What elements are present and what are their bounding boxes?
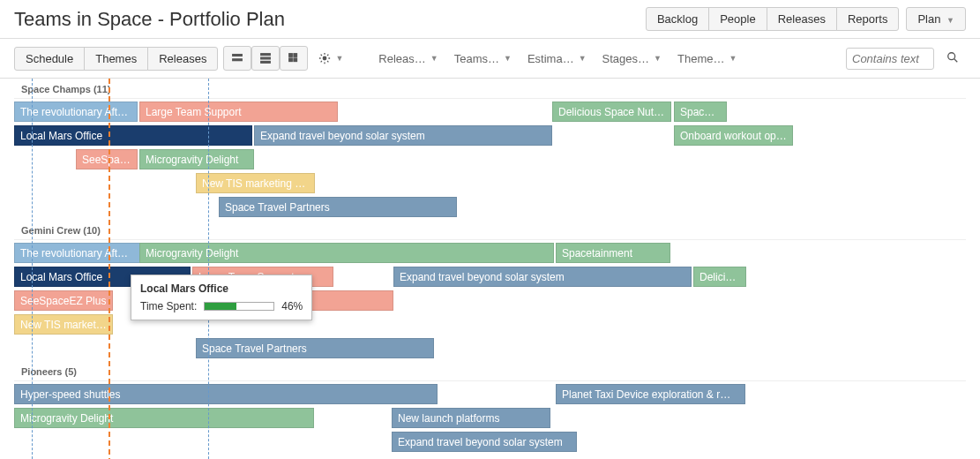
svg-rect-3 — [261, 57, 271, 59]
filter-teams[interactable]: Teams…▼ — [449, 49, 517, 69]
plan-label: Plan — [917, 12, 940, 26]
gantt-row: New TIS marketing c… — [14, 172, 966, 195]
gantt-bar[interactable]: New launch platforms — [392, 408, 550, 428]
plan-dropdown[interactable]: Plan ▼ — [906, 7, 966, 31]
svg-point-10 — [948, 52, 955, 59]
gantt-bar[interactable]: Space Travel Partners — [196, 338, 434, 358]
gear-icon — [318, 52, 331, 64]
svg-rect-0 — [233, 55, 243, 56]
layout-buttons — [223, 46, 308, 71]
svg-rect-8 — [294, 58, 297, 62]
gantt-bar[interactable]: Space Travel Partners — [219, 197, 457, 217]
expand-icon[interactable] — [251, 46, 280, 71]
header-actions: Backlog People Releases Reports Plan ▼ — [646, 7, 966, 31]
gantt-row: Microgravity DelightNew launch platforms — [14, 407, 966, 430]
svg-rect-1 — [233, 59, 243, 61]
chevron-down-icon: ▼ — [335, 54, 343, 63]
gantt-row: Hyper-speed shuttlesPlanet Taxi Device e… — [14, 383, 966, 406]
tab-releases[interactable]: Releases — [147, 47, 218, 71]
gantt-bar[interactable]: Hyper-speed shuttles — [14, 384, 438, 404]
tooltip-progress — [204, 302, 274, 311]
gantt-row: Space Travel Partners — [14, 337, 966, 360]
nav-reports[interactable]: Reports — [836, 7, 900, 31]
gantt-bar[interactable]: New TIS marketing c… — [196, 173, 315, 193]
search-input[interactable] — [846, 48, 934, 70]
gantt-row: Space Travel Partners — [14, 196, 966, 219]
chevron-down-icon: ▼ — [946, 16, 954, 25]
page-title: Teams in Space - Portfolio Plan — [14, 8, 285, 31]
chevron-down-icon: ▼ — [504, 54, 512, 63]
header: Teams in Space - Portfolio Plan Backlog … — [0, 0, 980, 39]
nav-group: Backlog People Releases Reports — [646, 7, 899, 31]
search-icon[interactable] — [939, 48, 966, 70]
gantt-bar[interactable]: Microgravity Delight — [14, 408, 314, 428]
chevron-down-icon: ▼ — [579, 54, 587, 63]
gantt-bar[interactable]: SeeSpaceEZ Plus — [14, 290, 113, 311]
gantt-bar[interactable]: SeeSpa… — [76, 149, 138, 169]
collapse-icon[interactable] — [223, 46, 251, 71]
view-tabs: Schedule Themes Releases — [14, 47, 218, 71]
gantt-bar[interactable]: Expand travel beyond solar system — [254, 125, 552, 146]
gantt-chart: Space Champs (11)The revolutionary Aft…L… — [0, 79, 980, 459]
gantt-bar[interactable]: Expand travel beyond solar system — [392, 432, 577, 452]
gantt-row: Local Mars OfficeExpand travel beyond so… — [14, 124, 966, 147]
gantt-bar[interactable]: The revolutionary Aft… — [14, 243, 155, 263]
tooltip-title: Local Mars Office — [140, 282, 303, 295]
svg-rect-2 — [261, 54, 271, 56]
gantt-bar[interactable]: Expand travel beyond solar system — [393, 267, 692, 287]
gantt-row: SeeSpa…Microgravity Delight — [14, 148, 966, 171]
svg-rect-5 — [289, 54, 293, 57]
grid-icon[interactable] — [280, 46, 308, 71]
chevron-down-icon: ▼ — [654, 54, 662, 63]
filter-stages[interactable]: Stages…▼ — [597, 49, 667, 69]
svg-rect-6 — [294, 54, 297, 57]
nav-backlog[interactable]: Backlog — [646, 7, 709, 31]
tooltip-label: Time Spent: — [140, 300, 197, 312]
gantt-bar[interactable]: Spacetainment — [556, 243, 670, 263]
tooltip-progress-fill — [205, 303, 236, 310]
gantt-bar[interactable]: Microgravity Delight — [139, 243, 554, 263]
gantt-bar[interactable]: Large Team Support — [139, 102, 338, 122]
svg-rect-4 — [261, 62, 271, 64]
gantt-bar[interactable]: The revolutionary Aft… — [14, 102, 138, 122]
tab-schedule[interactable]: Schedule — [14, 47, 85, 71]
group-header[interactable]: Gemini Crew (10) — [14, 220, 966, 237]
svg-line-11 — [954, 58, 958, 62]
group-header[interactable]: Pioneers (5) — [14, 361, 966, 379]
nav-people[interactable]: People — [708, 7, 767, 31]
settings-dropdown[interactable]: ▼ — [313, 49, 348, 68]
filter-estimation[interactable]: Estima…▼ — [522, 49, 592, 69]
filter-themes[interactable]: Theme…▼ — [672, 49, 742, 69]
gantt-bar[interactable]: Microgravity Delight — [139, 149, 254, 169]
gantt-bar[interactable]: Spacetai… — [674, 102, 727, 122]
gantt-bar[interactable]: Deliciou… — [693, 267, 746, 287]
gantt-row: The revolutionary Aft…Large Team Support… — [14, 101, 966, 124]
tab-themes[interactable]: Themes — [84, 47, 148, 71]
gantt-bar[interactable]: Planet Taxi Device exploration & r… — [556, 384, 745, 404]
chevron-down-icon: ▼ — [729, 54, 737, 63]
toolbar: Schedule Themes Releases ▼ Releas…▼ Team… — [0, 39, 980, 79]
svg-point-9 — [324, 56, 327, 60]
filter-releases[interactable]: Releas…▼ — [373, 49, 443, 69]
nav-releases[interactable]: Releases — [767, 7, 837, 31]
chevron-down-icon: ▼ — [430, 54, 438, 63]
bar-tooltip: Local Mars Office Time Spent: 46% — [131, 275, 312, 320]
gantt-bar[interactable]: Delicious Space Nutr… — [552, 102, 671, 122]
gantt-bar[interactable]: Local Mars Office — [14, 125, 252, 146]
gantt-row: The revolutionary Aft…Microgravity Delig… — [14, 242, 966, 265]
svg-rect-7 — [289, 58, 293, 62]
gantt-row: Expand travel beyond solar system — [14, 431, 966, 454]
group-header[interactable]: Space Champs (11) — [14, 79, 966, 96]
gantt-bar[interactable]: New TIS marketing c… — [14, 314, 113, 335]
tooltip-percent: 46% — [281, 300, 303, 312]
gantt-bar[interactable]: Onboard workout opt… — [674, 125, 793, 146]
